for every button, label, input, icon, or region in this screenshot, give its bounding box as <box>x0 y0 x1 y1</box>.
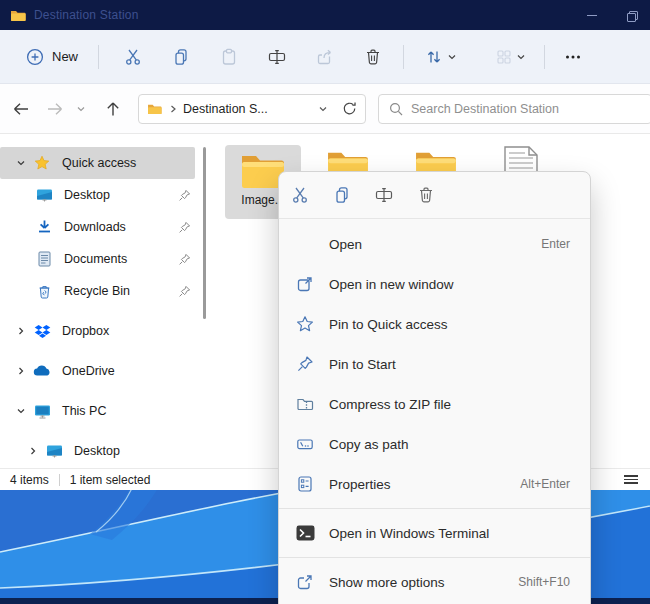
view-button[interactable] <box>484 40 536 74</box>
sidebar-item-label: Recycle Bin <box>64 284 130 298</box>
chevron-down-icon[interactable] <box>10 406 32 416</box>
star-icon <box>32 155 52 171</box>
zip-folder-icon <box>295 394 315 414</box>
delete-button[interactable] <box>355 40 391 74</box>
sidebar-item-label: Quick access <box>62 156 136 170</box>
chevron-right-icon[interactable] <box>10 326 32 336</box>
properties-icon <box>295 474 315 494</box>
sidebar-item-label: Downloads <box>64 220 126 234</box>
cut-icon <box>123 47 143 67</box>
menu-item-label: Open in Windows Terminal <box>329 526 570 541</box>
context-menu-quick-actions <box>279 172 590 218</box>
menu-item-shortcut: Alt+Enter <box>520 477 570 491</box>
menu-item-label: Compress to ZIP file <box>329 397 570 412</box>
pin-icon <box>178 189 191 202</box>
paste-icon <box>219 47 239 67</box>
restore-button[interactable] <box>627 11 636 20</box>
menu-divider <box>279 218 590 219</box>
back-button[interactable] <box>6 94 36 124</box>
menu-item-shortcut: Enter <box>541 237 570 251</box>
menu-item-label: Properties <box>329 477 520 492</box>
sidebar-item-label: This PC <box>62 404 106 418</box>
rename-button[interactable] <box>259 40 295 74</box>
pin-icon <box>295 354 315 374</box>
sidebar-item-quick-access[interactable]: Quick access <box>0 147 195 179</box>
show-more-options-icon <box>295 572 315 592</box>
desktop-icon <box>44 444 64 459</box>
up-arrow-icon <box>106 101 120 117</box>
sidebar-item-label: Desktop <box>64 188 110 202</box>
menu-item-copy-as-path[interactable]: Copy as path <box>279 424 590 464</box>
toolbar-divider <box>544 45 545 69</box>
chevron-right-icon[interactable] <box>10 366 32 376</box>
up-button[interactable] <box>98 94 128 124</box>
menu-item-shortcut: Shift+F10 <box>518 575 570 589</box>
delete-icon <box>416 185 436 205</box>
sidebar-item-dropbox[interactable]: Dropbox <box>0 315 207 347</box>
menu-item-pin-to-start[interactable]: Pin to Start <box>279 344 590 384</box>
no-icon <box>295 234 315 254</box>
sidebar-item-label: Dropbox <box>62 324 109 338</box>
window-folder-icon <box>10 9 26 22</box>
new-button[interactable]: New <box>16 42 88 72</box>
minimize-button[interactable] <box>587 15 597 16</box>
screen: Destination Station New <box>0 0 650 604</box>
plus-circle-icon <box>26 48 44 66</box>
window-title: Destination Station <box>34 8 139 22</box>
sidebar-item-downloads[interactable]: Downloads <box>0 211 207 243</box>
menu-item-show-more-options[interactable]: Show more options Shift+F10 <box>279 562 590 602</box>
pin-icon <box>178 253 191 266</box>
menu-item-open[interactable]: Open Enter <box>279 224 590 264</box>
sort-button[interactable] <box>414 40 466 74</box>
chevron-right-icon[interactable] <box>22 446 44 456</box>
forward-button[interactable] <box>40 94 70 124</box>
copy-button[interactable] <box>325 178 359 212</box>
menu-item-label: Open in new window <box>329 277 570 292</box>
menu-item-pin-to-quick-access[interactable]: Pin to Quick access <box>279 304 590 344</box>
menu-item-properties[interactable]: Properties Alt+Enter <box>279 464 590 504</box>
sidebar-item-onedrive[interactable]: OneDrive <box>0 355 207 387</box>
details-view-icon[interactable] <box>624 475 638 484</box>
search-input[interactable]: Search Destination Station <box>378 94 650 124</box>
more-options-button[interactable] <box>555 40 591 74</box>
breadcrumb[interactable]: Destination S... <box>183 102 318 116</box>
delete-button[interactable] <box>409 178 443 212</box>
rename-icon <box>374 185 394 205</box>
menu-item-compress-to-zip[interactable]: Compress to ZIP file <box>279 384 590 424</box>
address-bar[interactable]: Destination S... <box>138 94 366 124</box>
command-toolbar: New <box>0 30 650 84</box>
copy-button[interactable] <box>163 40 199 74</box>
menu-item-label: Pin to Quick access <box>329 317 570 332</box>
sidebar-scrollbar[interactable] <box>203 147 206 319</box>
sidebar-item-documents[interactable]: Documents <box>0 243 207 275</box>
sidebar-item-recycle-bin[interactable]: Recycle Bin <box>0 275 207 307</box>
menu-item-open-in-new-window[interactable]: Open in new window <box>279 264 590 304</box>
onedrive-cloud-icon <box>32 365 52 377</box>
toolbar-divider <box>403 45 404 69</box>
refresh-icon[interactable] <box>342 101 357 116</box>
sidebar-item-this-pc-desktop[interactable]: Desktop <box>0 435 207 467</box>
menu-item-label: Pin to Start <box>329 357 570 372</box>
cut-button[interactable] <box>115 40 151 74</box>
search-placeholder: Search Destination Station <box>411 102 559 116</box>
selection-count: 1 item selected <box>70 473 151 487</box>
ellipsis-icon <box>563 47 583 67</box>
paste-button[interactable] <box>211 40 247 74</box>
pin-icon <box>178 285 191 298</box>
minimize-icon <box>587 15 597 16</box>
rename-icon <box>267 47 287 67</box>
document-icon <box>34 251 54 267</box>
address-row: Destination S... Search Destination Stat… <box>0 84 650 134</box>
cut-button[interactable] <box>283 178 317 212</box>
chevron-down-icon[interactable] <box>10 158 32 168</box>
pin-icon <box>178 221 191 234</box>
menu-divider <box>279 508 590 509</box>
address-dropdown-icon[interactable] <box>318 104 328 114</box>
rename-button[interactable] <box>367 178 401 212</box>
sidebar-item-desktop[interactable]: Desktop <box>0 179 207 211</box>
share-button[interactable] <box>307 40 343 74</box>
sidebar-item-this-pc[interactable]: This PC <box>0 395 207 427</box>
menu-item-open-in-windows-terminal[interactable]: Open in Windows Terminal <box>279 513 590 553</box>
recent-locations-button[interactable] <box>70 94 92 124</box>
computer-icon <box>32 404 52 419</box>
